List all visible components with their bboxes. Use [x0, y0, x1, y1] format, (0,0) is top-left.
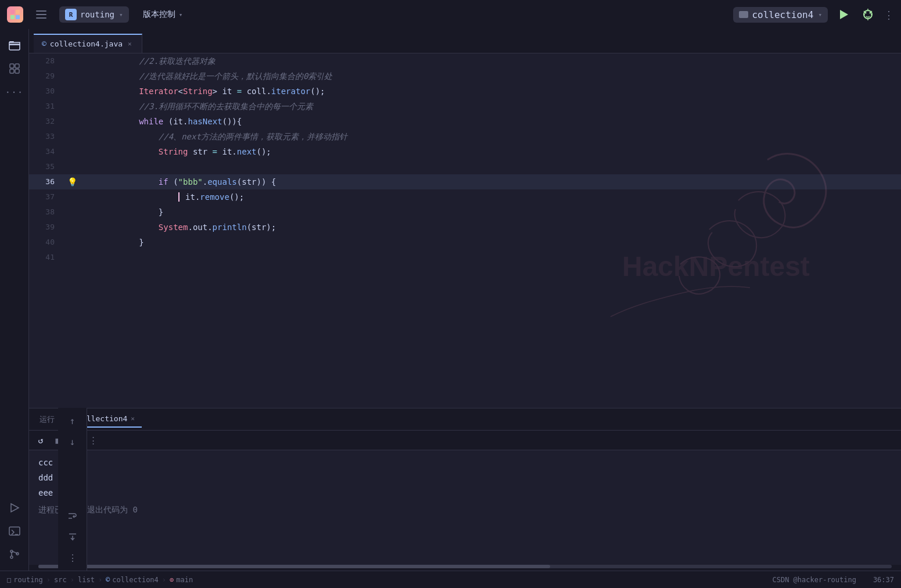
svg-marker-7: [840, 10, 848, 19]
code-line-30: 30 Iterator<String> it = coll.iterator()…: [29, 84, 901, 99]
svg-rect-14: [10, 64, 14, 68]
line-content-32: while (it.hasNext()){: [80, 114, 901, 129]
console-scrollbar-thumb[interactable]: [38, 565, 550, 568]
run-panel-sidebar: ↑ ↓ ⋮: [58, 408, 87, 571]
run-button[interactable]: [835, 6, 852, 23]
console-tab-close[interactable]: ✕: [131, 415, 135, 422]
code-line-32: 32 while (it.hasNext()){: [29, 114, 901, 129]
line-number-40: 40: [29, 235, 64, 250]
rerun-button[interactable]: ↺: [34, 433, 48, 447]
svg-rect-6: [36, 17, 46, 19]
bottom-tab-bar: 运行 □ collection4 ✕: [29, 408, 901, 431]
status-src[interactable]: src: [54, 576, 67, 584]
project-chevron-icon: ▾: [119, 11, 123, 19]
code-line-36: 36💡 if ("bbb".equals(str)) {: [29, 174, 901, 189]
status-method-name: main: [176, 576, 193, 584]
console-scrollbar[interactable]: [38, 565, 892, 568]
lightbulb-icon[interactable]: 💡: [67, 174, 77, 189]
status-class[interactable]: © collection4: [106, 576, 159, 584]
line-content-28: //2.获取迭代器对象: [80, 53, 901, 69]
run-label[interactable]: 运行: [34, 411, 60, 428]
run-down-button[interactable]: ↓: [63, 432, 82, 451]
titlebar-right: collection4 ▾ ⋮: [733, 6, 894, 23]
status-bar: □ routing › src › list › © collection4 ›…: [0, 571, 901, 588]
project-selector[interactable]: R routing ▾: [59, 6, 129, 23]
line-content-38: }: [80, 205, 901, 220]
sidebar: ···: [0, 29, 29, 571]
line-content-31: //3.利用循环不断的去获取集合中的每一个元素: [80, 99, 901, 114]
svg-point-22: [10, 556, 13, 558]
sidebar-item-git[interactable]: [4, 544, 25, 565]
line-number-32: 32: [29, 114, 64, 129]
code-editor[interactable]: HackNPentest 28 //2.获取迭代器对象29 //迭代器就好比是一…: [29, 53, 901, 408]
status-list[interactable]: list: [78, 576, 95, 584]
tab-close-button[interactable]: ✕: [126, 40, 134, 48]
svg-rect-16: [10, 69, 14, 73]
svg-rect-19: [9, 527, 20, 535]
sidebar-item-structure[interactable]: [4, 58, 25, 79]
code-line-29: 29 //迭代器就好比是一个箭头，默认指向集合的0索引处: [29, 69, 901, 84]
line-number-41: 41: [29, 250, 64, 265]
line-content-29: //迭代器就好比是一个箭头，默认指向集合的0索引处: [80, 69, 901, 84]
status-method-icon: ⊙: [170, 576, 174, 584]
hamburger-menu-button[interactable]: [33, 6, 50, 23]
svg-rect-5: [36, 14, 46, 15]
code-line-41: 41: [29, 250, 901, 265]
exit-status: 进程已结束，退出代码为 0: [38, 505, 892, 515]
project-icon: R: [65, 9, 77, 20]
svg-rect-1: [16, 10, 20, 14]
line-number-35: 35: [29, 159, 64, 174]
console-output: ccc ddd eee 进程已结束，退出代码为 0: [29, 450, 901, 565]
bottom-panel: 运行 □ collection4 ✕ ↺ ■ ⊡ ⋮ ccc ddd eee 进…: [29, 408, 901, 571]
tab-file-icon: ©: [42, 40, 46, 48]
svg-marker-18: [11, 504, 19, 512]
line-content-40: }: [80, 235, 901, 250]
status-project-name: routing: [13, 576, 43, 584]
sidebar-item-explorer[interactable]: [4, 35, 25, 56]
svg-rect-13: [9, 42, 20, 45]
line-number-36: 36: [29, 174, 64, 189]
line-content-30: Iterator<String> it = coll.iterator();: [80, 84, 901, 99]
line-number-37: 37: [29, 189, 64, 205]
status-class-name: collection4: [112, 576, 158, 584]
run-config-name: collection4: [752, 9, 813, 20]
run-scroll-bottom-button[interactable]: [63, 528, 82, 546]
svg-rect-0: [10, 10, 15, 14]
more-toolbar-button[interactable]: ⋮: [86, 433, 100, 447]
line-number-29: 29: [29, 69, 64, 84]
line-number-33: 33: [29, 129, 64, 144]
project-name: routing: [80, 10, 114, 19]
run-config-chevron-icon: ▾: [818, 11, 822, 19]
code-line-37: 37 it.remove();: [29, 189, 901, 205]
status-project[interactable]: □ routing: [7, 576, 43, 584]
sidebar-item-terminal[interactable]: [4, 521, 25, 542]
line-content-33: //4、next方法的两件事情，获取元素，并移动指针: [80, 129, 901, 144]
status-right-info: CSDN @hacker-routing 36:37: [772, 576, 894, 584]
output-line-3: eee: [38, 485, 892, 500]
line-content-37: it.remove();: [80, 189, 901, 205]
line-content-34: String str = it.next();: [80, 144, 901, 159]
sidebar-item-run[interactable]: [4, 497, 25, 518]
vcs-button[interactable]: 版本控制 ▾: [138, 7, 188, 22]
line-gutter-36: 💡: [64, 174, 80, 189]
run-settings-button[interactable]: ⋮: [63, 548, 82, 567]
line-number-34: 34: [29, 144, 64, 159]
sidebar-item-more[interactable]: ···: [4, 81, 25, 102]
svg-rect-3: [16, 15, 20, 19]
output-line-1: ccc: [38, 455, 892, 470]
tab-collection4[interactable]: © collection4.java ✕: [34, 34, 142, 53]
line-number-31: 31: [29, 99, 64, 114]
line-content-36: if ("bbb".equals(str)) {: [80, 174, 901, 189]
vcs-label: 版本控制: [143, 9, 175, 20]
run-up-button[interactable]: ↑: [63, 411, 82, 430]
app-logo: [7, 6, 23, 23]
status-class-icon: ©: [106, 576, 110, 584]
more-options-button[interactable]: ⋮: [884, 9, 894, 21]
svg-rect-2: [10, 15, 15, 19]
run-wrap-button[interactable]: [63, 507, 82, 525]
run-config-selector[interactable]: collection4 ▾: [733, 7, 828, 23]
code-line-40: 40 }: [29, 235, 901, 250]
line-number-38: 38: [29, 205, 64, 220]
status-method[interactable]: ⊙ main: [170, 576, 193, 584]
debug-button[interactable]: [859, 6, 877, 23]
